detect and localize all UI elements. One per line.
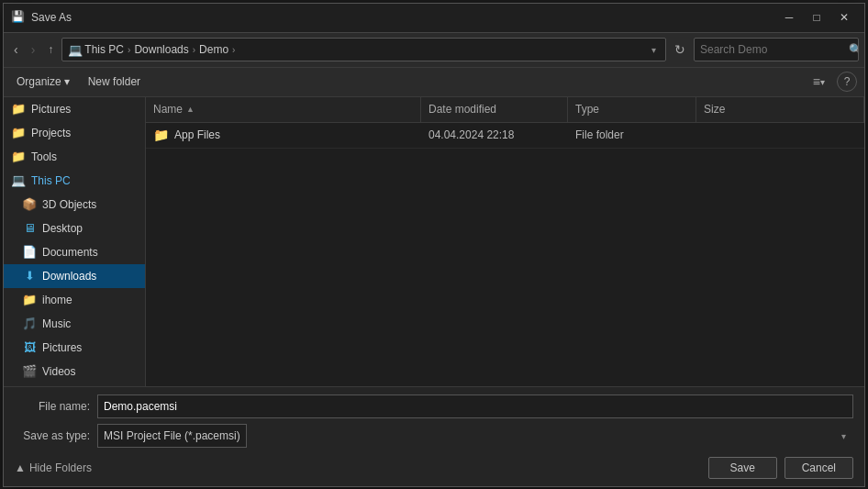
file-type-cell: File folder: [568, 123, 696, 148]
hide-folders-chevron-icon: ▲: [15, 461, 26, 474]
save-type-select[interactable]: MSI Project File (*.pacemsi): [97, 424, 247, 448]
up-button[interactable]: ↑: [43, 40, 58, 59]
savetype-row: Save as type: MSI Project File (*.pacems…: [15, 424, 853, 448]
folder-icon: 📁: [11, 126, 26, 140]
title-bar: 💾 Save As ─ □ ✕: [4, 4, 864, 33]
new-folder-button[interactable]: New folder: [83, 72, 146, 91]
view-icon: ≡: [813, 74, 820, 89]
sidebar-item-tools[interactable]: 📁 Tools: [4, 145, 145, 169]
sidebar-item-ihome[interactable]: 📁 ihome: [4, 288, 145, 312]
this-pc-icon: 💻: [11, 173, 26, 188]
file-name-label: File name:: [15, 400, 97, 413]
address-sep-1: ›: [128, 45, 130, 55]
back-button[interactable]: ‹: [9, 39, 23, 60]
refresh-button[interactable]: ↻: [670, 40, 690, 59]
cancel-button[interactable]: Cancel: [785, 457, 853, 479]
search-box: 🔍: [694, 38, 859, 61]
ihome-icon: 📁: [22, 293, 37, 307]
address-toolbar: ‹ › ↑ 💻 This PC › Downloads › Demo › ▾ ↻…: [4, 33, 864, 68]
file-list-header: Name ▲ Date modified Type Size: [146, 97, 864, 123]
file-name-input[interactable]: [97, 395, 853, 418]
save-button[interactable]: Save: [708, 457, 777, 479]
downloads-icon: ⬇: [22, 269, 37, 283]
search-input[interactable]: [695, 39, 843, 61]
bottom-buttons: ▲ Hide Folders Save Cancel: [15, 453, 853, 479]
main-content: 📁 Pictures 📁 Projects 📁 Tools 💻 This PC …: [4, 97, 864, 386]
address-pc: 💻 This PC: [68, 43, 124, 57]
desktop-icon: 🖥: [22, 221, 37, 236]
sort-arrow-icon: ▲: [186, 105, 195, 114]
folder-yellow-icon: 📁: [153, 128, 169, 142]
folder-icon: 📁: [11, 150, 26, 164]
help-button[interactable]: ?: [837, 72, 857, 92]
search-button[interactable]: 🔍: [843, 39, 859, 61]
organize-chevron-icon: ▾: [64, 75, 70, 88]
save-as-dialog: 💾 Save As ─ □ ✕ ‹ › ↑ 💻 This PC › Downlo…: [3, 3, 865, 487]
3d-objects-icon: 📦: [22, 197, 37, 212]
pictures-icon: 🖼: [22, 340, 37, 355]
music-icon: 🎵: [22, 317, 37, 331]
sidebar-item-videos[interactable]: 🎬 Videos: [4, 360, 145, 383]
folder-icon: 📁: [11, 102, 26, 117]
dialog-title: Save As: [31, 11, 776, 24]
sidebar-item-projects[interactable]: 📁 Projects: [4, 121, 145, 145]
file-list-body: 📁 App Files 04.04.2024 22:18 File folder: [146, 123, 864, 386]
table-row[interactable]: 📁 App Files 04.04.2024 22:18 File folder: [146, 123, 864, 149]
organize-button[interactable]: Organize ▾: [11, 72, 75, 91]
address-bar[interactable]: 💻 This PC › Downloads › Demo › ▾: [61, 38, 666, 61]
view-chevron-icon: ▾: [820, 77, 825, 87]
sidebar-item-pictures[interactable]: 🖼 Pictures: [4, 336, 145, 360]
col-header-name[interactable]: Name ▲: [146, 97, 421, 122]
col-header-date[interactable]: Date modified: [421, 97, 568, 122]
address-dropdown-chevron[interactable]: ▾: [648, 43, 660, 57]
sidebar-item-pictures-qa[interactable]: 📁 Pictures: [4, 97, 145, 121]
save-type-label: Save as type:: [15, 429, 97, 442]
secondary-toolbar: Organize ▾ New folder ≡ ▾ ?: [4, 68, 864, 97]
minimize-button[interactable]: ─: [776, 8, 802, 27]
close-button[interactable]: ✕: [831, 8, 857, 27]
sidebar-item-documents[interactable]: 📄 Documents: [4, 240, 145, 264]
forward-button[interactable]: ›: [27, 39, 40, 60]
address-sep-2: ›: [193, 45, 195, 55]
bottom-area: File name: Save as type: MSI Project Fil…: [4, 386, 864, 486]
hide-folders-button[interactable]: ▲ Hide Folders: [15, 461, 92, 474]
save-type-wrapper: MSI Project File (*.pacemsi) ▾: [97, 424, 853, 448]
maximize-button[interactable]: □: [804, 8, 829, 27]
address-sep-3: ›: [232, 45, 235, 55]
col-header-type[interactable]: Type: [568, 97, 696, 122]
title-bar-controls: ─ □ ✕: [776, 8, 857, 27]
documents-icon: 📄: [22, 245, 37, 260]
file-name-cell: 📁 App Files: [146, 123, 421, 148]
file-list: Name ▲ Date modified Type Size 📁 App F: [146, 97, 864, 386]
address-demo: Demo: [199, 43, 228, 56]
sidebar-item-this-pc[interactable]: 💻 This PC: [4, 169, 145, 193]
filename-row: File name:: [15, 395, 853, 418]
select-chevron-icon: ▾: [841, 430, 846, 440]
sidebar-item-downloads[interactable]: ⬇ Downloads: [4, 264, 145, 288]
view-button[interactable]: ≡ ▾: [808, 72, 829, 92]
file-date-cell: 04.04.2024 22:18: [421, 123, 568, 148]
videos-icon: 🎬: [22, 364, 37, 379]
file-size-cell: [696, 123, 864, 148]
col-header-size[interactable]: Size: [696, 97, 864, 122]
sidebar-item-music[interactable]: 🎵 Music: [4, 312, 145, 336]
sidebar: 📁 Pictures 📁 Projects 📁 Tools 💻 This PC …: [4, 97, 146, 386]
sidebar-item-desktop[interactable]: 🖥 Desktop: [4, 217, 145, 240]
sidebar-item-3d-objects[interactable]: 📦 3D Objects: [4, 193, 145, 217]
address-downloads: Downloads: [134, 43, 188, 56]
dialog-icon: 💾: [11, 10, 26, 25]
